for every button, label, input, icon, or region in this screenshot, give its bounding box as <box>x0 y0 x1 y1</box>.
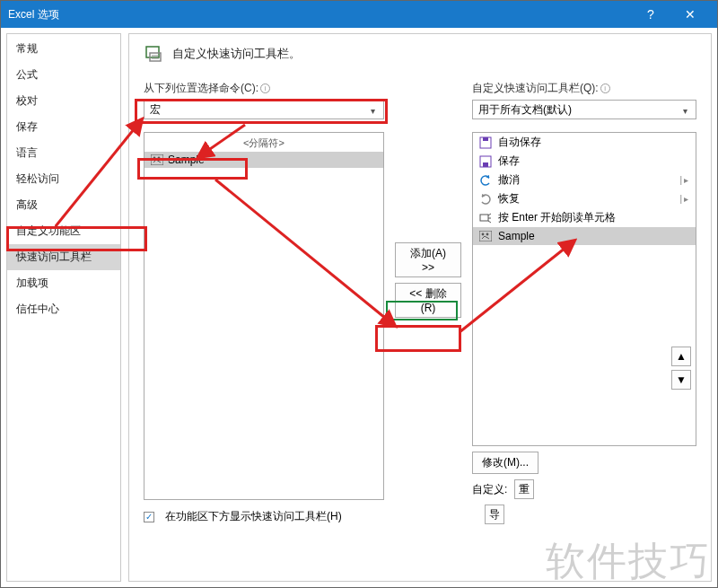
right-column: 自定义快速访问工具栏(Q): i 用于所有文档(默认) ▾ 自动保存 <box>472 81 696 524</box>
customize-label: 自定义快速访问工具栏(Q): i <box>472 81 696 96</box>
info-icon: i <box>600 83 610 93</box>
list-item-label: 按 Enter 开始朗读单元格 <box>498 210 616 225</box>
show-below-ribbon-checkbox[interactable]: ✓ <box>144 512 154 522</box>
sidebar-item-trust[interactable]: 信任中心 <box>7 296 120 322</box>
svg-point-11 <box>482 233 485 236</box>
help-button[interactable]: ? <box>631 1 670 28</box>
undo-icon <box>478 173 493 188</box>
list-item-label: Sample <box>498 230 535 242</box>
autosave-icon <box>478 136 493 150</box>
customize-scope-dropdown[interactable]: 用于所有文档(默认) ▾ <box>472 100 696 119</box>
choose-commands-label: 从下列位置选择命令(C): i <box>144 81 384 96</box>
qat-icon <box>144 43 165 65</box>
chevron-down-icon: ▾ <box>365 103 380 118</box>
reorder-buttons: ▲ ▼ <box>671 347 691 390</box>
chevron-down-icon: ▾ <box>678 103 692 118</box>
svg-rect-9 <box>480 215 488 221</box>
qat-item-speak[interactable]: 按 Enter 开始朗读单元格 <box>473 208 696 227</box>
svg-rect-8 <box>483 162 488 167</box>
speak-icon <box>478 211 493 225</box>
sidebar-item-proofing[interactable]: 校对 <box>7 88 120 114</box>
list-item-label: 保存 <box>498 154 520 169</box>
qat-item-redo[interactable]: 恢复 |▸ <box>473 189 696 208</box>
macro-icon <box>150 154 164 166</box>
sidebar-item-language[interactable]: 语言 <box>7 140 120 166</box>
sidebar-item-advanced[interactable]: 高级 <box>7 192 120 218</box>
window: Excel 选项 ? ✕ 常规 公式 校对 保存 语言 轻松访问 高级 自定义功… <box>0 0 718 588</box>
qat-listbox[interactable]: 自动保存 保存 撤消 |▸ 恢复 <box>472 132 696 446</box>
show-below-ribbon-label: 在功能区下方显示快速访问工具栏(H) <box>165 509 342 524</box>
choose-commands-dropdown[interactable]: 宏 ▾ <box>144 100 384 119</box>
qat-item-autosave[interactable]: 自动保存 <box>473 133 696 152</box>
custom-row: 自定义: 重 <box>472 479 696 499</box>
left-column: 从下列位置选择命令(C): i 宏 ▾ <分隔符> Sample <box>144 81 384 524</box>
sidebar-item-addins[interactable]: 加载项 <box>7 270 120 296</box>
panel-header: 自定义快速访问工具栏。 <box>144 43 696 65</box>
macro-icon <box>478 229 493 243</box>
list-item-label: 自动保存 <box>498 135 541 150</box>
titlebar: Excel 选项 ? ✕ <box>1 1 717 28</box>
middle-column: 添加(A) >> << 删除(R) <box>395 242 461 318</box>
list-item-label: Sample <box>168 154 205 166</box>
list-item-label: 恢复 <box>498 191 520 206</box>
separator-icon: |▸ <box>679 194 690 204</box>
save-icon <box>478 154 493 169</box>
svg-point-4 <box>158 157 161 160</box>
add-button[interactable]: 添加(A) >> <box>395 242 461 277</box>
qat-item-undo[interactable]: 撤消 |▸ <box>473 171 696 189</box>
svg-rect-10 <box>479 231 492 241</box>
dropdown-value: 用于所有文档(默认) <box>478 102 572 118</box>
show-below-ribbon-row: ✓ 在功能区下方显示快速访问工具栏(H) <box>144 509 384 524</box>
close-button[interactable]: ✕ <box>670 1 710 28</box>
reset-button[interactable]: 重 <box>514 479 534 499</box>
sidebar: 常规 公式 校对 保存 语言 轻松访问 高级 自定义功能区 快速访问工具栏 加载… <box>6 33 121 582</box>
sidebar-item-general[interactable]: 常规 <box>7 36 120 62</box>
move-down-button[interactable]: ▼ <box>671 370 691 390</box>
svg-point-12 <box>486 233 489 236</box>
qat-item-save[interactable]: 保存 <box>473 152 696 171</box>
main-panel: 自定义快速访问工具栏。 从下列位置选择命令(C): i 宏 ▾ <分隔符> <box>128 33 712 582</box>
svg-rect-6 <box>483 137 488 141</box>
commands-listbox[interactable]: <分隔符> Sample <box>144 132 384 500</box>
svg-point-3 <box>153 157 156 160</box>
sidebar-item-ribbon[interactable]: 自定义功能区 <box>7 218 120 244</box>
svg-rect-2 <box>151 154 163 165</box>
columns: 从下列位置选择命令(C): i 宏 ▾ <分隔符> Sample <box>144 81 696 524</box>
custom-label: 自定义: <box>472 482 507 497</box>
redo-icon <box>478 192 493 206</box>
dropdown-value: 宏 <box>150 102 161 118</box>
dialog-body: 常规 公式 校对 保存 语言 轻松访问 高级 自定义功能区 快速访问工具栏 加载… <box>1 28 717 587</box>
list-item-sample[interactable]: Sample <box>144 152 383 168</box>
separator-item[interactable]: <分隔符> <box>144 133 383 152</box>
move-up-button[interactable]: ▲ <box>671 347 691 366</box>
list-item-label: 撤消 <box>498 172 520 188</box>
import-export-button[interactable]: 导 <box>485 505 504 524</box>
sidebar-item-ease[interactable]: 轻松访问 <box>7 166 120 192</box>
sidebar-item-formulas[interactable]: 公式 <box>7 62 120 88</box>
qat-item-sample[interactable]: Sample <box>473 227 696 245</box>
window-title: Excel 选项 <box>8 7 631 22</box>
separator-icon: |▸ <box>679 175 690 185</box>
sidebar-item-qat[interactable]: 快速访问工具栏 <box>7 244 120 270</box>
panel-title: 自定义快速访问工具栏。 <box>172 46 301 62</box>
modify-button[interactable]: 修改(M)... <box>472 452 538 474</box>
remove-button[interactable]: << 删除(R) <box>395 283 461 318</box>
sidebar-item-save[interactable]: 保存 <box>7 114 120 140</box>
info-icon: i <box>260 83 270 93</box>
